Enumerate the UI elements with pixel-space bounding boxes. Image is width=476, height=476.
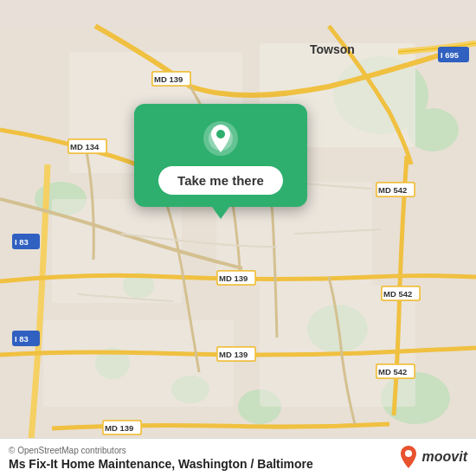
svg-text:Towson: Towson [310, 42, 355, 56]
svg-point-49 [216, 130, 225, 138]
bottom-bar: © OpenStreetMap contributors Ms Fix-It H… [0, 438, 476, 476]
svg-text:MD 542: MD 542 [383, 289, 412, 299]
svg-text:MD 139: MD 139 [105, 423, 133, 433]
svg-rect-12 [52, 199, 182, 303]
svg-text:MD 139: MD 139 [219, 350, 248, 359]
svg-text:I 695: I 695 [441, 50, 460, 60]
moovit-brand-text: moovit [422, 449, 467, 465]
map-container: Towson MD 139 MD 134 I 695 I 83 I 83 MD … [0, 0, 476, 476]
moovit-pin-icon [398, 445, 419, 469]
svg-rect-15 [260, 286, 415, 407]
map-svg: Towson MD 139 MD 134 I 695 I 83 I 83 MD … [0, 0, 476, 476]
svg-text:MD 139: MD 139 [154, 74, 183, 84]
svg-point-50 [405, 450, 412, 457]
svg-text:I 83: I 83 [15, 237, 29, 247]
svg-text:MD 542: MD 542 [378, 185, 407, 195]
moovit-logo: moovit [398, 445, 467, 469]
svg-text:MD 139: MD 139 [219, 273, 248, 283]
svg-text:I 83: I 83 [15, 334, 29, 344]
location-pin-icon [202, 119, 240, 158]
svg-text:MD 134: MD 134 [70, 142, 100, 151]
svg-rect-14 [43, 320, 234, 407]
svg-text:MD 542: MD 542 [378, 367, 407, 376]
take-me-there-button[interactable]: Take me there [158, 166, 283, 195]
location-popup: Take me there [134, 104, 307, 207]
